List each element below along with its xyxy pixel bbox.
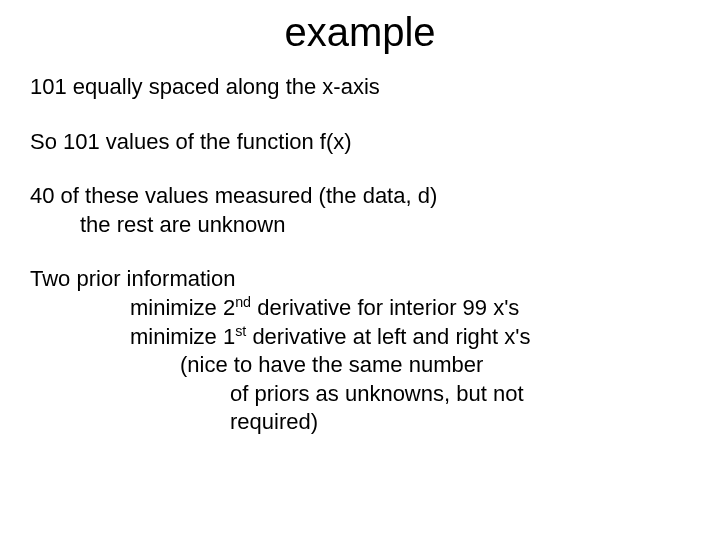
slide: example 101 equally spaced along the x-a… [0, 0, 720, 540]
text-line: minimize 1st derivative at left and righ… [30, 323, 690, 352]
text-line: (nice to have the same number [30, 351, 690, 380]
slide-body: 101 equally spaced along the x-axis So 1… [30, 73, 690, 437]
text-block: Two prior information minimize 2nd deriv… [30, 265, 690, 437]
text-line: So 101 values of the function f(x) [30, 128, 690, 157]
text-line: 40 of these values measured (the data, d… [30, 182, 690, 211]
text-line: Two prior information [30, 265, 690, 294]
text-block: 40 of these values measured (the data, d… [30, 182, 690, 239]
text-line: minimize 2nd derivative for interior 99 … [30, 294, 690, 323]
slide-title: example [30, 10, 690, 55]
text-fragment: derivative for interior 99 x's [251, 295, 519, 320]
text-fragment: minimize 2 [130, 295, 235, 320]
ordinal-suffix: st [235, 322, 246, 338]
text-line: required) [30, 408, 690, 437]
text-line: the rest are unknown [30, 211, 690, 240]
text-fragment: derivative at left and right x's [246, 324, 530, 349]
text-line: of priors as unknowns, but not [30, 380, 690, 409]
text-fragment: minimize 1 [130, 324, 235, 349]
ordinal-suffix: nd [235, 294, 251, 310]
text-line: 101 equally spaced along the x-axis [30, 73, 690, 102]
